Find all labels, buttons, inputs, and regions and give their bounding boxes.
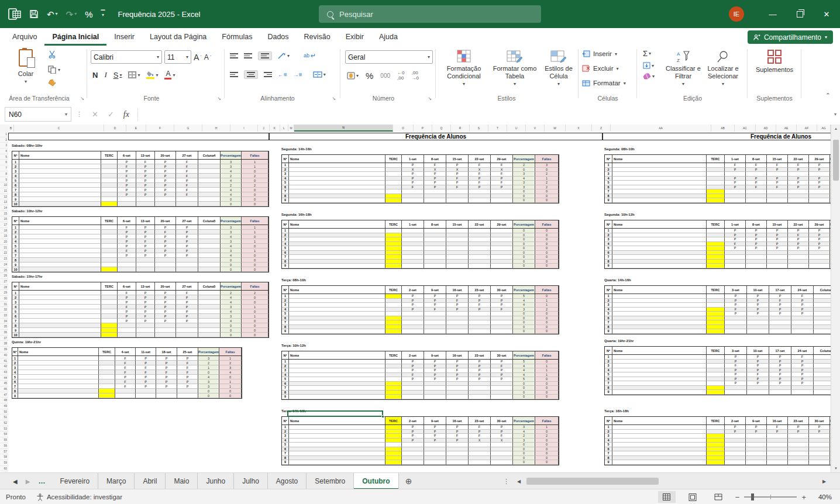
row-header-55[interactable]: 55 <box>0 437 8 443</box>
cell[interactable] <box>746 456 767 461</box>
cell[interactable] <box>176 258 198 263</box>
cell[interactable] <box>809 443 830 447</box>
cell[interactable] <box>612 320 707 325</box>
cell[interactable]: P <box>155 300 176 305</box>
cell[interactable] <box>707 260 725 264</box>
cell[interactable]: F <box>769 299 791 303</box>
cell[interactable]: 0 <box>535 325 559 330</box>
cell[interactable] <box>491 260 513 264</box>
cell[interactable] <box>767 260 788 264</box>
cell[interactable]: P <box>809 237 830 242</box>
cell[interactable]: P <box>788 168 809 172</box>
cell[interactable]: 1 <box>242 305 268 309</box>
cell[interactable]: 1 <box>605 425 612 430</box>
cell[interactable] <box>424 255 446 260</box>
cell[interactable]: 0 <box>513 242 535 247</box>
cell[interactable] <box>767 443 788 447</box>
cell[interactable]: 3 <box>221 164 242 169</box>
cell[interactable] <box>746 189 767 194</box>
cell[interactable] <box>198 305 221 309</box>
cell[interactable]: P <box>136 356 156 361</box>
row-header-43[interactable]: 43 <box>0 370 8 375</box>
cell[interactable]: 5 <box>282 312 289 316</box>
cell[interactable]: P <box>136 375 156 379</box>
cell[interactable] <box>725 443 746 447</box>
cell[interactable] <box>198 178 221 183</box>
cell[interactable]: P <box>118 253 136 258</box>
cell[interactable] <box>19 300 101 305</box>
cell[interactable] <box>385 255 402 260</box>
cell[interactable]: 1 <box>282 229 289 233</box>
cell[interactable] <box>289 172 385 177</box>
cell[interactable]: P <box>156 365 177 370</box>
cell[interactable] <box>791 316 814 321</box>
cell[interactable]: 0 <box>221 202 242 206</box>
row-header-8[interactable]: 8 <box>0 171 8 177</box>
cell[interactable]: 0 <box>242 197 268 202</box>
cell[interactable]: 2 <box>535 434 559 439</box>
cell[interactable]: F <box>788 163 809 168</box>
cell[interactable]: F <box>725 308 747 312</box>
column-header-C[interactable]: C <box>14 125 104 132</box>
cell[interactable] <box>19 291 101 295</box>
cell[interactable]: 8 <box>282 456 289 461</box>
cell[interactable]: P <box>469 185 491 190</box>
cell[interactable] <box>788 460 809 465</box>
cell[interactable] <box>424 246 446 251</box>
cell[interactable] <box>424 391 446 395</box>
cell[interactable]: 0 <box>242 188 268 192</box>
cell[interactable] <box>18 389 99 393</box>
cell[interactable] <box>101 267 118 272</box>
ribbon-tab-layout-da-página[interactable]: Layout da Página <box>142 28 214 46</box>
cell[interactable] <box>612 381 707 386</box>
cell[interactable] <box>612 451 707 456</box>
cell[interactable] <box>746 460 767 465</box>
cell[interactable] <box>385 185 402 190</box>
cell[interactable] <box>788 264 809 268</box>
cell[interactable]: P <box>155 183 176 188</box>
cell[interactable] <box>19 178 101 183</box>
align-left-icon[interactable] <box>230 72 238 77</box>
cell[interactable] <box>707 312 725 316</box>
cell[interactable] <box>198 188 221 192</box>
cell[interactable]: F <box>469 163 491 168</box>
cell[interactable] <box>707 425 725 430</box>
cell[interactable] <box>612 181 707 185</box>
cell[interactable] <box>402 251 424 256</box>
column-header-D[interactable]: D <box>104 125 126 132</box>
cell[interactable]: P <box>767 177 788 181</box>
cell[interactable] <box>491 325 513 330</box>
cell[interactable] <box>612 460 707 465</box>
row-header-2[interactable]: 2 <box>0 137 8 143</box>
cell[interactable]: 0 <box>221 333 242 337</box>
cell[interactable]: P <box>155 234 176 239</box>
column-header-AC[interactable]: AC <box>735 125 756 132</box>
cell[interactable]: 0 <box>221 267 242 272</box>
cell[interactable] <box>198 248 221 253</box>
cell[interactable] <box>424 447 446 452</box>
cell[interactable] <box>198 258 221 263</box>
cell[interactable] <box>289 251 385 256</box>
cell[interactable] <box>725 189 746 194</box>
cell[interactable] <box>767 460 788 465</box>
cell[interactable] <box>385 181 402 185</box>
cell[interactable] <box>424 194 446 199</box>
cell[interactable]: P <box>155 160 176 164</box>
cell[interactable]: 7 <box>12 319 19 323</box>
cell[interactable]: 8 <box>605 260 612 264</box>
cell[interactable]: 0 <box>535 198 559 203</box>
cell[interactable]: P <box>725 185 746 190</box>
cell[interactable]: 0 <box>513 233 535 238</box>
cell[interactable]: X <box>424 168 446 172</box>
cell[interactable] <box>385 364 402 369</box>
cell[interactable]: F <box>746 163 767 168</box>
cell[interactable]: 2 <box>535 185 559 190</box>
cell[interactable]: 3 <box>12 169 19 174</box>
increase-font-icon[interactable]: Aˆ <box>194 53 202 62</box>
cell[interactable]: P <box>791 312 814 316</box>
cell[interactable]: F <box>491 181 513 185</box>
cell[interactable] <box>176 202 198 206</box>
cell[interactable]: P <box>767 430 788 434</box>
row-header-12[interactable]: 12 <box>0 194 8 200</box>
cell[interactable]: P <box>788 229 809 233</box>
